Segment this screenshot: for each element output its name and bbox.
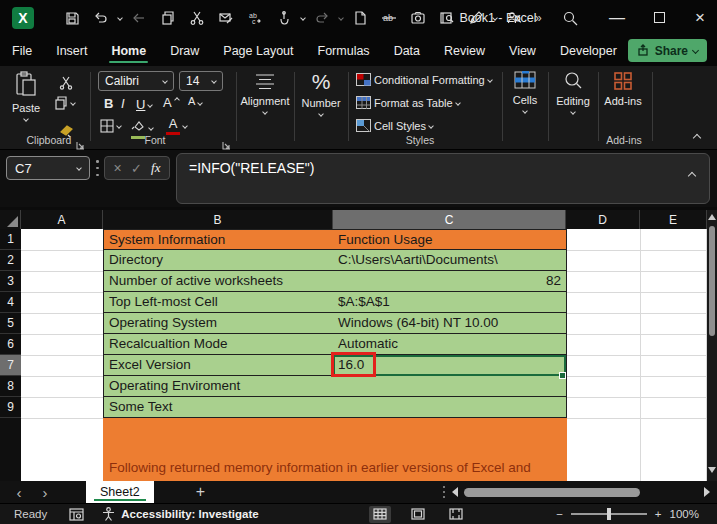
copy-icon[interactable] <box>156 6 180 30</box>
insert-function-icon[interactable]: fx <box>151 160 160 176</box>
touch-mode-icon[interactable] <box>272 6 296 30</box>
translate-icon[interactable]: abc <box>243 6 267 30</box>
zoom-level[interactable]: 100% <box>670 508 699 520</box>
cell-c5[interactable]: Windows (64-bit) NT 10.00 <box>333 313 567 334</box>
editing-button[interactable]: Editing <box>550 71 596 114</box>
column-header-b[interactable]: B <box>103 210 333 229</box>
close-button[interactable]: × <box>683 0 717 35</box>
scroll-down-icon[interactable] <box>708 467 716 473</box>
sheet-tab-sheet2[interactable]: Sheet2 <box>86 481 154 503</box>
column-header-c[interactable]: C <box>333 210 566 229</box>
scroll-right-icon[interactable] <box>704 487 710 497</box>
cell-styles-button[interactable]: Cell Styles <box>356 119 433 132</box>
tab-data[interactable]: Data <box>382 35 432 66</box>
cut-icon[interactable] <box>185 6 209 30</box>
touch-mode-dropdown-icon[interactable] <box>300 15 306 21</box>
maximize-button[interactable] <box>642 0 676 35</box>
format-as-table-button[interactable]: Format as Table <box>356 96 460 109</box>
cell-c8[interactable] <box>333 376 567 397</box>
enter-icon[interactable]: ✓ <box>131 161 142 176</box>
mail-icon[interactable] <box>214 6 238 30</box>
horizontal-scroll-thumb[interactable] <box>464 488 640 497</box>
vertical-scroll-thumb[interactable] <box>709 226 715 336</box>
alignment-button[interactable]: Alignment <box>238 74 292 114</box>
macro-record-icon[interactable] <box>69 508 84 521</box>
cell-c9[interactable] <box>333 397 567 418</box>
horizontal-scrollbar[interactable] <box>452 484 710 500</box>
tab-file[interactable]: File <box>0 35 44 66</box>
conditional-formatting-button[interactable]: Conditional Formatting <box>356 73 492 86</box>
tab-page-layout[interactable]: Page Layout <box>211 35 305 66</box>
font-dialog-launcher-icon[interactable] <box>222 136 231 145</box>
font-color-button[interactable]: A <box>166 116 187 135</box>
row-header-3[interactable]: 3 <box>0 271 21 292</box>
add-sheet-button[interactable]: + <box>196 483 205 501</box>
cell-c1[interactable]: Function Usage <box>333 229 567 250</box>
new-file-icon[interactable] <box>348 6 372 30</box>
cell-c3[interactable]: 82 <box>333 271 567 292</box>
cut-icon[interactable] <box>54 71 78 95</box>
accessibility-icon[interactable] <box>102 507 115 521</box>
decrease-font-button[interactable]: A <box>188 95 202 107</box>
clipboard-dialog-launcher-icon[interactable] <box>76 136 85 145</box>
cell-b5[interactable]: Operating System <box>103 313 334 334</box>
increase-font-button[interactable]: A <box>163 95 179 110</box>
collapse-ribbon-icon[interactable] <box>693 134 701 142</box>
zoom-in-icon[interactable]: + <box>655 508 662 520</box>
column-header-a[interactable]: A <box>21 210 103 229</box>
scroll-left-icon[interactable] <box>452 487 458 497</box>
cell-b2[interactable]: Directory <box>103 250 334 271</box>
addins-button[interactable]: Add-ins <box>600 71 646 107</box>
cell-b4[interactable]: Top Left-most Cell <box>103 292 334 313</box>
search-icon[interactable] <box>558 6 582 30</box>
cell-b8[interactable]: Operating Enviroment <box>103 376 334 397</box>
prev-sheet-icon[interactable]: ‹ <box>6 484 32 501</box>
zoom-out-icon[interactable]: − <box>556 508 563 520</box>
share-button[interactable]: Share <box>628 39 707 62</box>
camera-icon[interactable] <box>406 6 430 30</box>
name-box[interactable]: C7 <box>6 156 90 180</box>
cells-button[interactable]: Cells <box>504 71 546 113</box>
redo-icon[interactable] <box>310 6 334 30</box>
undo-dropdown-icon[interactable] <box>117 15 123 21</box>
fill-handle[interactable] <box>559 372 566 379</box>
column-header-e[interactable]: E <box>640 210 707 229</box>
paste-button[interactable]: Paste <box>12 71 40 121</box>
zoom-slider[interactable] <box>571 513 647 515</box>
tab-insert[interactable]: Insert <box>44 35 99 66</box>
cell-c4[interactable]: $A:$A$1 <box>333 292 567 313</box>
number-button[interactable]: % Number <box>296 70 346 116</box>
tab-draw[interactable]: Draw <box>158 35 211 66</box>
name-box-splitter[interactable] <box>96 160 99 176</box>
row-header-8[interactable]: 8 <box>0 376 21 397</box>
minimize-button[interactable]: — <box>600 0 634 35</box>
row-header-5[interactable]: 5 <box>0 313 21 334</box>
tabbar-options-icon[interactable] <box>443 486 446 499</box>
borders-button[interactable] <box>100 119 121 133</box>
row-header-2[interactable]: 2 <box>0 250 21 271</box>
row-header-9[interactable]: 9 <box>0 397 21 418</box>
column-header-d[interactable]: D <box>566 210 640 229</box>
cell-b9[interactable]: Some Text <box>103 397 334 418</box>
vertical-scrollbar[interactable] <box>707 210 717 481</box>
row-header-1[interactable]: 1 <box>0 229 21 250</box>
cell-b7[interactable]: Excel Version <box>103 355 334 376</box>
cell-b3[interactable]: Number of active worksheets <box>103 271 334 292</box>
tab-view[interactable]: View <box>497 35 548 66</box>
cell-c2[interactable]: C:\Users\Aarti\Documents\ <box>333 250 567 271</box>
row-header-4[interactable]: 4 <box>0 292 21 313</box>
tab-developer[interactable]: Developer <box>548 35 629 66</box>
formula-bar-collapse-icon[interactable] <box>688 172 696 180</box>
page-break-view-icon[interactable] <box>445 506 467 523</box>
save-icon[interactable] <box>60 6 84 30</box>
zoom-slider-handle[interactable] <box>607 508 611 520</box>
italic-button[interactable]: I <box>121 96 125 111</box>
underline-button[interactable]: U <box>136 97 152 112</box>
cell-b6[interactable]: Recalcualtion Mode <box>103 334 334 355</box>
redo-dropdown-icon[interactable] <box>338 15 344 21</box>
strikethrough-icon[interactable]: ab <box>377 6 401 30</box>
bold-button[interactable]: B <box>104 96 113 111</box>
select-all-button[interactable] <box>0 210 21 229</box>
tab-formulas[interactable]: Formulas <box>306 35 382 66</box>
row-header-6[interactable]: 6 <box>0 334 21 355</box>
